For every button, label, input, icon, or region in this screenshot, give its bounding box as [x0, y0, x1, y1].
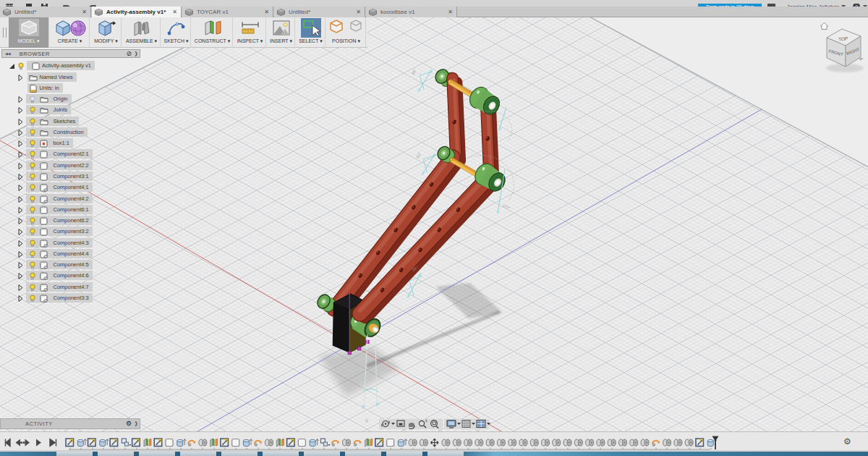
svg-text:⚙: ⚙	[843, 436, 851, 447]
svg-text:±: ±	[425, 418, 427, 423]
